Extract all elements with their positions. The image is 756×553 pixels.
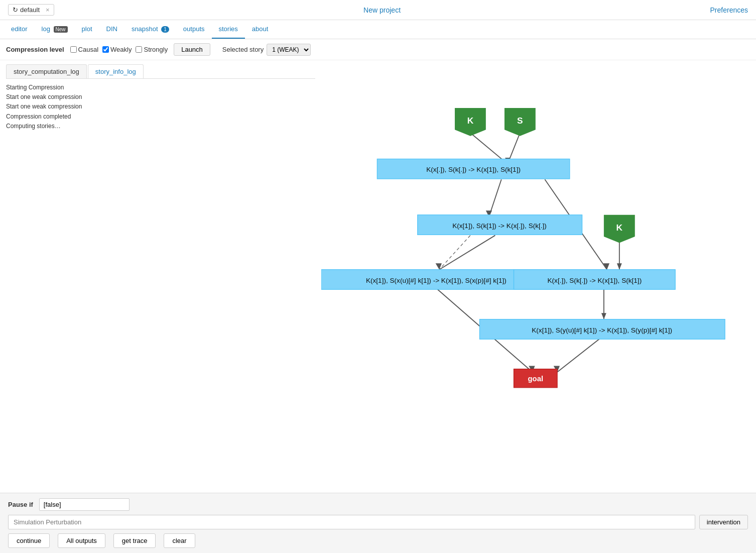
new-project-link[interactable]: New project <box>363 6 401 14</box>
arrowhead-rule5 <box>601 313 606 319</box>
tab-outputs[interactable]: outputs <box>176 20 212 39</box>
project-selector[interactable]: ↻ default × <box>8 4 54 16</box>
selected-story-area: Selected story 1 (WEAK) <box>222 44 311 56</box>
tab-editor[interactable]: editor <box>4 20 35 39</box>
causal-option[interactable]: Causal <box>70 46 98 53</box>
log-line-2: Start one weak compression <box>6 92 315 102</box>
content-area: story_computation_log story_info_log Sta… <box>0 60 756 473</box>
top-bar: ↻ default × New project Preferences <box>0 0 756 20</box>
arrow-rule2-rule3-dashed <box>439 236 470 270</box>
arrowhead-k2-rule4 <box>617 263 622 269</box>
preferences-link[interactable]: Preferences <box>710 6 748 14</box>
tab-log[interactable]: log New <box>35 20 75 39</box>
tab-stories[interactable]: stories <box>212 20 245 39</box>
close-icon[interactable]: × <box>46 6 50 14</box>
agent-s1-label: S <box>517 116 523 126</box>
log-lines: Starting Compression Start one weak comp… <box>6 83 315 131</box>
weakly-checkbox[interactable] <box>102 46 109 53</box>
graph-svg: K S K(x[.]), S(k[.]) -> K(x[1]), S(k[1])… <box>321 60 756 473</box>
refresh-icon: ↻ <box>13 6 18 14</box>
agent-k2-label: K <box>616 223 623 233</box>
rule2-text: K(x[1]), S(k[1]) -> K(x[.]), S(k[.]) <box>452 222 547 230</box>
project-name: default <box>20 6 40 14</box>
log-line-5: Computing stories… <box>6 122 315 131</box>
tab-computation-log[interactable]: story_computation_log <box>6 64 87 78</box>
left-panel: story_computation_log story_info_log Sta… <box>0 60 321 473</box>
compression-options: Causal Weakly Strongly <box>70 46 168 53</box>
arrow-rule5-goal <box>557 338 601 372</box>
snapshot-count: 1 <box>161 26 169 33</box>
top-bar-center: New project <box>54 6 710 14</box>
tab-plot[interactable]: plot <box>75 20 99 39</box>
tab-snapshot[interactable]: snapshot 1 <box>124 20 176 39</box>
graph-area: K S K(x[.]), S(k[.]) -> K(x[1]), S(k[1])… <box>321 60 756 473</box>
rule1-text: K(x[.]), S(k[.]) -> K(x[1]), S(k[1]) <box>426 166 521 173</box>
goal-label: goal <box>528 375 543 383</box>
causal-checkbox[interactable] <box>70 46 77 53</box>
log-line-4: Compression completed <box>6 112 315 122</box>
log-badge: New <box>54 26 68 33</box>
agent-k1-label: K <box>467 116 474 126</box>
launch-button[interactable]: Launch <box>174 43 210 56</box>
strongly-option[interactable]: Strongly <box>136 46 168 53</box>
rule3-text: K(x[1]), S(x(u)[#] k[1]) -> K(x[1]), S(x… <box>366 277 507 284</box>
selected-story-label: Selected story <box>222 46 264 53</box>
log-area: story_computation_log story_info_log Sta… <box>0 60 321 135</box>
top-bar-right: Preferences <box>710 6 748 14</box>
tab-about[interactable]: about <box>245 20 276 39</box>
strongly-checkbox[interactable] <box>136 46 142 53</box>
tab-din[interactable]: DIN <box>99 20 124 39</box>
tab-info-log[interactable]: story_info_log <box>88 64 144 78</box>
log-line-1: Starting Compression <box>6 83 315 92</box>
story-select[interactable]: 1 (WEAK) <box>267 44 311 56</box>
weakly-option[interactable]: Weakly <box>102 46 132 53</box>
log-tabs: story_computation_log story_info_log <box>6 64 315 79</box>
toolbar: Compression level Causal Weakly Strongly… <box>0 39 756 60</box>
arrow-rule2-rule3 <box>439 236 495 270</box>
rule4-text: K(x[.]), S(k[.]) -> K(x[1]), S(k[1]) <box>547 277 642 284</box>
rule5-text: K(x[1]), S(y(u)[#] k[1]) -> K(x[1]), S(y… <box>532 326 672 334</box>
compression-level-label: Compression level <box>6 46 64 53</box>
top-bar-left: ↻ default × <box>8 4 54 16</box>
log-line-3: Start one weak compression <box>6 102 315 112</box>
tab-bar: editor log New plot DIN snapshot 1 outpu… <box>0 20 756 39</box>
